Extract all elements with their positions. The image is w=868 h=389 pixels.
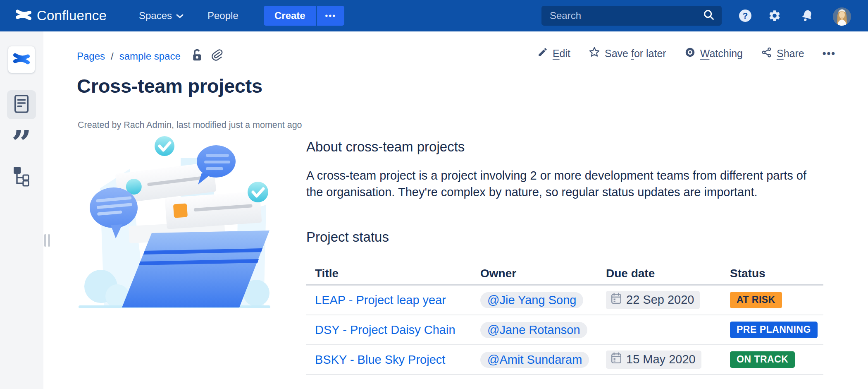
sidebar-item-blog-quote-icon[interactable]: ”	[12, 122, 33, 146]
edit-button[interactable]: Edit	[537, 47, 570, 60]
folder-documents-illustration	[75, 128, 274, 312]
user-mention[interactable]: @Jane Rotanson	[480, 322, 587, 338]
column-header-title: Title	[306, 267, 471, 280]
unrestricted-lock-icon[interactable]	[191, 48, 204, 65]
project-status-heading: Project status	[306, 229, 389, 245]
star-icon	[589, 46, 600, 60]
status-badge: PRE PLANNING	[730, 322, 818, 338]
breadcrumb: Pages / sample space	[77, 48, 223, 65]
project-status-table: Title Owner Due date Status LEAP - Proje…	[306, 262, 823, 375]
column-header-status: Status	[721, 267, 823, 280]
column-header-due: Due date	[597, 267, 721, 280]
calendar-icon	[611, 293, 622, 307]
breadcrumb-separator: /	[111, 50, 114, 62]
create-more-button[interactable]: •••	[316, 6, 344, 26]
project-link[interactable]: DSY - Project Daisy Chain	[315, 323, 455, 336]
settings-gear-icon[interactable]	[764, 0, 785, 31]
confluence-home-link[interactable]: Confluence	[16, 0, 107, 31]
help-icon[interactable]: ?	[735, 0, 756, 31]
spaces-menu[interactable]: Spaces	[139, 0, 184, 31]
chevron-down-icon	[176, 10, 184, 22]
table-header-row: Title Owner Due date Status	[306, 262, 823, 286]
page-title: Cross-team projects	[77, 74, 262, 97]
about-paragraph: A cross-team project is a project involv…	[306, 167, 824, 200]
search-input[interactable]	[550, 10, 703, 22]
people-link[interactable]: People	[207, 0, 238, 31]
attachments-paperclip-icon[interactable]	[210, 48, 223, 65]
create-button-group: Create •••	[264, 6, 344, 26]
sidebar-resize-handle[interactable]	[44, 234, 51, 247]
page-actions-bar: Edit Save for later Watching Share •••	[537, 46, 836, 60]
search-icon[interactable]	[703, 9, 715, 23]
project-link[interactable]: BSKY - Blue Sky Project	[315, 353, 445, 366]
confluence-logo-icon	[16, 8, 31, 23]
more-actions-button[interactable]: •••	[823, 48, 836, 60]
breadcrumb-space-link[interactable]: sample space	[119, 50, 181, 62]
user-mention[interactable]: @Jie Yang Song	[480, 292, 583, 308]
status-badge: AT RISK	[730, 292, 782, 308]
pencil-icon	[537, 47, 548, 60]
breadcrumb-pages-link[interactable]: Pages	[77, 50, 105, 62]
search-box[interactable]	[541, 6, 722, 26]
calendar-icon	[611, 352, 622, 367]
share-icon	[761, 47, 772, 60]
user-mention[interactable]: @Amit Sundaram	[480, 352, 589, 368]
brand-title: Confluence	[37, 8, 107, 24]
save-for-later-button[interactable]: Save for later	[589, 46, 666, 60]
create-button[interactable]: Create	[264, 6, 316, 26]
space-sidebar: ”	[0, 31, 43, 389]
table-row: LEAP - Project leap year @Jie Yang Song …	[306, 286, 823, 315]
due-date-pill: 22 Sep 2020	[606, 291, 700, 309]
top-navbar: Confluence Spaces People Create ••• ?	[0, 0, 868, 31]
notifications-bell-icon[interactable]	[797, 0, 818, 31]
user-avatar[interactable]	[833, 7, 851, 26]
space-logo-tile[interactable]	[8, 46, 35, 73]
status-badge: ON TRACK	[730, 351, 795, 368]
watching-eye-icon	[684, 47, 696, 60]
about-heading: About cross-team projects	[306, 139, 465, 155]
svg-text:?: ?	[743, 11, 748, 20]
share-button[interactable]: Share	[761, 47, 804, 60]
confluence-space-logo-icon	[13, 52, 30, 67]
table-row: BSKY - Blue Sky Project @Amit Sundaram 1…	[306, 345, 823, 375]
sidebar-item-pages[interactable]	[7, 90, 36, 119]
table-row: DSY - Project Daisy Chain @Jane Rotanson…	[306, 315, 823, 345]
watching-button[interactable]: Watching	[684, 47, 743, 60]
project-link[interactable]: LEAP - Project leap year	[315, 293, 446, 307]
page-document-icon	[14, 94, 29, 115]
due-date-pill: 15 May 2020	[606, 351, 701, 369]
sidebar-item-page-tree-icon[interactable]	[13, 166, 31, 188]
column-header-owner: Owner	[471, 267, 597, 280]
